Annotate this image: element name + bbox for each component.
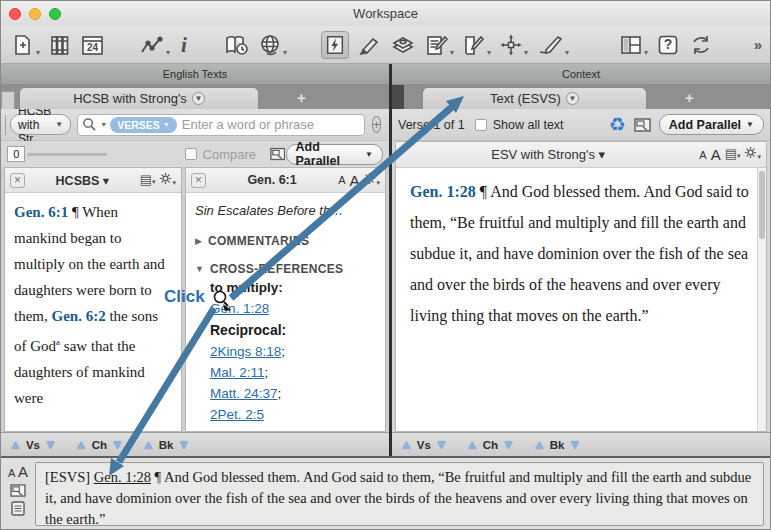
verse-down-button[interactable]: ▼ bbox=[435, 438, 448, 451]
detach-window-icon[interactable] bbox=[270, 147, 285, 161]
pane-corner-button[interactable] bbox=[1, 91, 15, 109]
highlight-icon[interactable] bbox=[357, 33, 383, 57]
search-input[interactable] bbox=[180, 116, 360, 133]
chapter-up-button[interactable]: ▲ bbox=[75, 438, 88, 451]
verse-down-button[interactable]: ▼ bbox=[44, 438, 57, 451]
instant-details-icon[interactable] bbox=[321, 31, 349, 59]
context-slider[interactable] bbox=[27, 153, 107, 156]
search-icon[interactable] bbox=[82, 117, 97, 132]
commentaries-section[interactable]: ▶ COMMENTARIES bbox=[195, 234, 376, 248]
chapter-down-button[interactable]: ▼ bbox=[502, 438, 515, 451]
chevron-down-icon: ▾ bbox=[487, 49, 491, 57]
cross-references-section[interactable]: ▼ CROSS-REFERENCES bbox=[195, 262, 376, 276]
module-dropdown-label: HCSB with Str... bbox=[18, 104, 51, 146]
search-options-icon[interactable]: ▼ bbox=[100, 121, 107, 128]
tab-hcsb-with-strongs[interactable]: HCSB with Strong's ▼ bbox=[19, 87, 259, 109]
expanded-triangle-icon[interactable]: ▼ bbox=[195, 264, 204, 274]
analysis-graph-icon[interactable]: ▾ bbox=[139, 33, 170, 57]
drawer-handle[interactable] bbox=[5, 115, 6, 135]
close-icon[interactable]: ✕ bbox=[191, 173, 206, 188]
display-settings-icon[interactable]: ▤▾ bbox=[725, 147, 741, 162]
window-title: Workspace bbox=[1, 6, 770, 21]
scope-label: VERSES bbox=[117, 119, 160, 131]
section-label: CROSS-REFERENCES bbox=[210, 262, 343, 276]
add-document-icon[interactable]: ▾ bbox=[11, 33, 40, 57]
verse-up-button[interactable]: ▲ bbox=[400, 438, 413, 451]
font-smaller-button[interactable]: A bbox=[8, 467, 15, 479]
xref-link-gen-1-28[interactable]: Gen. 1:28 bbox=[210, 301, 269, 316]
add-parallel-button[interactable]: Add Parallel ▼ bbox=[659, 114, 764, 135]
xref-article-title[interactable]: Sin Escalates Before th… bbox=[195, 203, 376, 218]
font-larger-button[interactable]: A bbox=[349, 172, 359, 189]
chapter-down-button[interactable]: ▼ bbox=[111, 438, 124, 451]
chevron-down-icon: ▾ bbox=[644, 49, 648, 57]
add-search-button[interactable]: + bbox=[372, 116, 382, 133]
close-icon[interactable]: ✕ bbox=[10, 173, 25, 188]
detach-window-icon[interactable] bbox=[10, 484, 26, 497]
scrollbar-thumb[interactable] bbox=[759, 171, 765, 239]
module-dropdown[interactable]: HCSB with Str... ▼ bbox=[10, 114, 71, 135]
info-icon[interactable]: i bbox=[178, 34, 190, 56]
context-counter[interactable]: 0 bbox=[7, 146, 25, 162]
sync-icon[interactable] bbox=[688, 33, 714, 57]
show-all-text-checkbox[interactable] bbox=[475, 119, 487, 131]
chapter-up-button[interactable]: ▲ bbox=[466, 438, 479, 451]
add-parallel-label: Add Parallel bbox=[669, 118, 741, 132]
compare-checkbox[interactable] bbox=[185, 148, 196, 160]
xref-link[interactable]: 2Kings 8:18 bbox=[210, 344, 281, 359]
font-smaller-button[interactable]: A bbox=[699, 149, 706, 161]
library-icon[interactable] bbox=[48, 33, 72, 57]
chevron-down-icon: ▾ bbox=[450, 49, 454, 57]
esv-column-title[interactable]: ESV with Strong's ▾ bbox=[401, 147, 695, 162]
add-parallel-button[interactable]: Add Parallel ▼ bbox=[286, 144, 384, 165]
book-up-button[interactable]: ▲ bbox=[142, 438, 155, 451]
gear-icon[interactable]: ▾ bbox=[363, 172, 380, 189]
verse-ref[interactable]: Gen. 6:2 bbox=[52, 308, 106, 324]
gear-icon[interactable]: ▾ bbox=[744, 146, 761, 163]
xref-link[interactable]: 2Pet. 2:5 bbox=[210, 407, 264, 422]
atlas-globe-icon[interactable]: ▾ bbox=[258, 33, 287, 57]
toolbar-overflow-button[interactable]: » bbox=[752, 36, 764, 53]
font-larger-button[interactable]: A bbox=[711, 146, 721, 163]
verses-scope-pill[interactable]: VERSES ▼ bbox=[110, 117, 177, 133]
read-schedule-icon[interactable] bbox=[224, 33, 250, 57]
book-down-button[interactable]: ▼ bbox=[568, 438, 581, 451]
user-notes-icon[interactable]: ▾ bbox=[425, 33, 454, 57]
left-search-row: HCSB with Str... ▼ ▼ VERSES ▼ + ♻ bbox=[1, 109, 389, 141]
book-up-button[interactable]: ▲ bbox=[533, 438, 546, 451]
font-smaller-button[interactable]: A bbox=[338, 174, 345, 186]
font-larger-button[interactable]: A bbox=[18, 463, 28, 480]
write-pen-icon[interactable]: ▾ bbox=[536, 33, 569, 57]
edit-module-icon[interactable]: ▾ bbox=[462, 33, 491, 57]
recycle-icon[interactable]: ♻ bbox=[609, 115, 626, 134]
verse-ref[interactable]: Gen. 1:28 bbox=[410, 183, 476, 200]
xref-link[interactable]: Matt. 24:37 bbox=[210, 386, 278, 401]
verse-count: Verse 1 of 1 bbox=[398, 118, 465, 132]
gear-icon[interactable]: ▾ bbox=[159, 172, 176, 189]
help-icon[interactable]: ? bbox=[656, 33, 680, 57]
xref-link[interactable]: Mal. 2:11 bbox=[210, 365, 265, 380]
clipboard-icon[interactable] bbox=[11, 501, 25, 516]
tab-menu-icon[interactable]: ▼ bbox=[566, 92, 579, 105]
detach-window-icon[interactable] bbox=[634, 118, 651, 132]
scrollbar[interactable] bbox=[757, 168, 766, 431]
stamps-icon[interactable] bbox=[391, 33, 417, 57]
new-tab-button[interactable]: + bbox=[685, 89, 694, 106]
arrange-icon[interactable]: ▾ bbox=[499, 33, 528, 57]
window-layout-icon[interactable]: ▾ bbox=[619, 33, 648, 57]
tab-menu-icon[interactable]: ▼ bbox=[192, 92, 205, 105]
left-tab-row: HCSB with Strong's ▼ + bbox=[1, 85, 389, 109]
book-down-button[interactable]: ▼ bbox=[178, 438, 191, 451]
chevron-down-icon: ▾ bbox=[524, 49, 528, 57]
instant-ref: Gen. 1:28 bbox=[94, 469, 151, 485]
tab-text-esvs[interactable]: Text (ESVS) ▼ bbox=[422, 87, 647, 109]
daily-reading-icon[interactable]: 24 bbox=[80, 33, 105, 57]
display-settings-icon[interactable]: ▤▾ bbox=[140, 173, 156, 188]
hcsbs-column-title[interactable]: HCSBS ▾ bbox=[29, 173, 136, 188]
verse-up-button[interactable]: ▲ bbox=[9, 438, 22, 451]
search-field[interactable]: ▼ VERSES ▼ bbox=[77, 114, 364, 136]
new-tab-button[interactable]: + bbox=[297, 89, 306, 106]
verse-ref[interactable]: Gen. 6:1 bbox=[14, 204, 68, 220]
show-all-text-label: Show all text bbox=[493, 118, 564, 132]
collapsed-triangle-icon[interactable]: ▶ bbox=[195, 236, 202, 246]
